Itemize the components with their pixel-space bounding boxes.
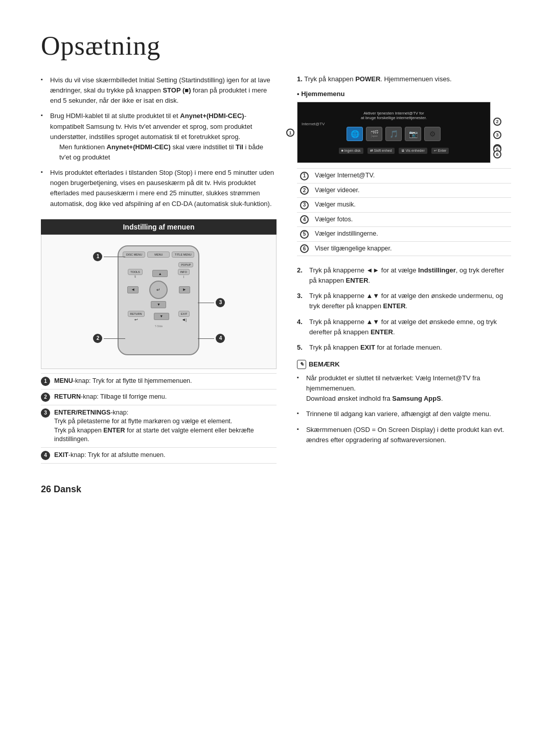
remote-labels: 1 MENU-knap: Tryk for at flytte til hjem… bbox=[41, 373, 277, 464]
feature-row-1: 1 Vælger Internet@TV. bbox=[297, 169, 511, 184]
feature-row-4: 4 Vælger fotos. bbox=[297, 212, 511, 227]
step2-num: 2. bbox=[297, 265, 306, 286]
return-btn[interactable]: RETURN bbox=[128, 311, 145, 317]
exit-btn[interactable]: EXIT bbox=[178, 311, 190, 317]
ft-num-2: 2 bbox=[300, 186, 309, 195]
hm-icon-music: 🎵 bbox=[385, 127, 402, 141]
hm-marker-1-circle: 1 bbox=[286, 129, 294, 137]
remote-image-box: DISC MENU MENU TITLE MENU POPUP TOOLS bbox=[41, 235, 277, 369]
page-title: Opsætning bbox=[41, 31, 511, 61]
remote-marker-2: 2 bbox=[93, 334, 125, 343]
bullet-1: Hvis du vil vise skærmbilledet Initial S… bbox=[41, 75, 277, 106]
rl3-text: ENTER/RETNINGS-knap: Tryk på piletastern… bbox=[54, 408, 277, 444]
remote-marker-3: 3 bbox=[198, 298, 225, 307]
popup-btn[interactable]: POPUP bbox=[178, 262, 193, 267]
step1-text: Tryk på knappen POWER. Hjemmemenuen vise… bbox=[304, 75, 452, 83]
menu-btn[interactable]: MENU bbox=[147, 251, 170, 258]
home-menu-screen: Aktiver tjenesten Internet@TV forat brug… bbox=[297, 102, 491, 163]
rl1-num: 1 bbox=[41, 377, 50, 386]
rl1-text: MENU-knap: Tryk for at flytte til hjemme… bbox=[54, 377, 277, 386]
bullet-3: Hvis produktet efterlades i tilstanden S… bbox=[41, 168, 277, 209]
left-btn[interactable]: ◄ bbox=[127, 286, 139, 293]
step3-text: Tryk på knapperne ▲▼ for at vælge den øn… bbox=[309, 291, 511, 311]
hm-btn-view: 🖥 Vis enheder bbox=[399, 148, 427, 154]
rl3-num: 3 bbox=[41, 408, 50, 418]
step4-num: 4. bbox=[297, 317, 306, 337]
rl2-num: 2 bbox=[41, 393, 50, 402]
bemærk-bullet-2: Trinnene til adgang kan variere, afhængi… bbox=[297, 409, 511, 419]
ft-num-1: 1 bbox=[300, 172, 309, 180]
bullet-2: Brug HDMI-kablet til at slutte produktet… bbox=[41, 111, 277, 163]
bemærk-bullets: Når produktet er sluttet til netværket: … bbox=[297, 373, 511, 445]
marker-4-circle: 4 bbox=[216, 334, 225, 343]
ft-num-5: 5 bbox=[300, 230, 309, 239]
steps-list: 2. Tryk på knapperne ◄► for at vælge Ind… bbox=[297, 265, 511, 353]
right-column: 1. Tryk på knappen POWER. Hjemmemenuen v… bbox=[297, 75, 511, 454]
hm-marker-3: 3 bbox=[493, 131, 501, 139]
bemærk-label: BEMÆRK bbox=[309, 360, 340, 368]
ft-text-1: Vælger Internet@TV. bbox=[312, 169, 511, 184]
intro-bullets: Hvis du vil vise skærmbilledet Initial S… bbox=[41, 75, 277, 209]
disc-menu-btn[interactable]: DISC MENU bbox=[123, 251, 145, 258]
marker-1-circle: 1 bbox=[93, 252, 102, 261]
remote-label-4: 4 EXIT-knap: Tryk for at afslutte menuen… bbox=[41, 448, 277, 464]
remote-label-2: 2 RETURN-knap: Tilbage til forrige menu. bbox=[41, 390, 277, 405]
step3-num: 3. bbox=[297, 291, 306, 311]
up-btn[interactable]: ▲ bbox=[152, 270, 168, 277]
hm-icon-settings: ⚙ bbox=[424, 127, 441, 141]
step-3: 3. Tryk på knapperne ▲▼ for at vælge den… bbox=[297, 291, 511, 311]
hm-marker-2: 2 bbox=[493, 118, 501, 126]
ft-text-6: Viser tilgængelige knapper. bbox=[312, 241, 511, 256]
hm-btn-switch: ⇄ Skift enhed bbox=[367, 148, 395, 154]
page-lang: Dansk bbox=[54, 484, 81, 494]
step5-num: 5. bbox=[297, 342, 306, 353]
remote-box-title: Indstilling af menuen bbox=[41, 219, 277, 235]
down-btn[interactable]: ▼ bbox=[151, 301, 166, 308]
remote-label-3: 3 ENTER/RETNINGS-knap: Tryk på piletaste… bbox=[41, 405, 277, 448]
feature-row-6: 6 Viser tilgængelige knapper. bbox=[297, 241, 511, 256]
hm-icon-video: 🎬 bbox=[366, 127, 382, 141]
hm-btn-no-disk: ■ Ingen disk bbox=[339, 148, 363, 154]
rl4-num: 4 bbox=[41, 451, 50, 460]
rl2-text: RETURN-knap: Tilbage til forrige menu. bbox=[54, 393, 277, 402]
feature-row-2: 2 Vælger videoer. bbox=[297, 183, 511, 198]
page-footer: 26 Dansk bbox=[41, 484, 511, 495]
page-number: 26 bbox=[41, 484, 51, 494]
hm-bottom-bar: ■ Ingen disk ⇄ Skift enhed 🖥 Vis enheder… bbox=[303, 148, 485, 154]
info-btn[interactable]: INFO bbox=[178, 269, 190, 275]
step-4: 4. Tryk på knapperne ▲▼ for at vælge det… bbox=[297, 317, 511, 337]
step5-text: Tryk på knappen EXIT for at forlade menu… bbox=[309, 342, 442, 353]
feature-table: 1 Vælger Internet@TV. 2 Vælger videoer. … bbox=[297, 168, 511, 256]
hm-icon-internet: 🌐 bbox=[347, 127, 363, 141]
marker-3-circle: 3 bbox=[216, 298, 225, 307]
ft-text-4: Vælger fotos. bbox=[312, 212, 511, 227]
bemærk-title: ✎ BEMÆRK bbox=[297, 360, 511, 369]
marker-2-circle: 2 bbox=[93, 334, 102, 343]
step-5: 5. Tryk på knappen EXIT for at forlade m… bbox=[297, 342, 511, 353]
step1-num: 1. bbox=[297, 75, 303, 83]
hm-marker-6: 6 bbox=[493, 150, 501, 158]
bemærk-section: ✎ BEMÆRK Når produktet er sluttet til ne… bbox=[297, 360, 511, 445]
remote-section: Indstilling af menuen DISC MENU MENU TIT… bbox=[41, 219, 277, 464]
hm-internet-label: Internet@TV bbox=[302, 122, 325, 126]
ft-text-5: Vælger indstillingerne. bbox=[312, 227, 511, 242]
right-btn[interactable]: ► bbox=[179, 286, 190, 293]
down2-btn: ▼ bbox=[154, 313, 169, 320]
rl4-text: EXIT-knap: Tryk for at afslutte menuen. bbox=[54, 451, 277, 460]
remote-label-1: 1 MENU-knap: Tryk for at flytte til hjem… bbox=[41, 373, 277, 390]
remote-marker-4: 4 bbox=[198, 334, 225, 343]
hm-icons-row: 🌐 🎬 🎵 📷 ⚙ bbox=[347, 127, 441, 141]
bemærk-icon: ✎ bbox=[297, 360, 306, 369]
tools-btn[interactable]: TOOLS bbox=[128, 269, 143, 275]
hm-btn-enter: ↵ Enter bbox=[431, 148, 449, 154]
hm-icon-photo: 📷 bbox=[405, 127, 421, 141]
step2-text: Tryk på knapperne ◄► for at vælge Indsti… bbox=[309, 265, 511, 286]
feature-row-3: 3 Vælger musik. bbox=[297, 198, 511, 213]
step4-text: Tryk på knapperne ▲▼ for at vælge det øn… bbox=[309, 317, 511, 337]
title-menu-btn[interactable]: TITLE MENU bbox=[172, 251, 194, 258]
ft-text-3: Vælger musik. bbox=[312, 198, 511, 213]
hjemmemenu-title: Hjemmemenu bbox=[297, 90, 511, 98]
hm-marker-6-circle: 6 bbox=[493, 150, 501, 158]
ft-num-3: 3 bbox=[300, 201, 309, 210]
enter-btn[interactable]: ↵ bbox=[149, 281, 168, 299]
